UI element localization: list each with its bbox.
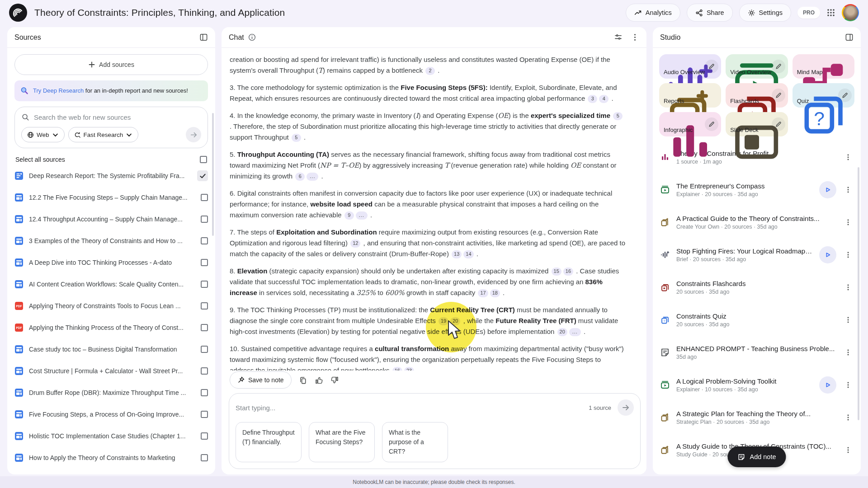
- studio-tile-flashcards[interactable]: Flashcards: [726, 83, 788, 108]
- citation-chip[interactable]: 16: [563, 267, 573, 276]
- play-button[interactable]: [819, 376, 836, 394]
- citation-chip[interactable]: 12: [350, 239, 360, 248]
- studio-item[interactable]: Stop Fighting Fires: Your Logical Roadma…: [660, 239, 854, 271]
- settings-button[interactable]: Settings: [739, 4, 791, 22]
- item-more-menu-icon[interactable]: [843, 251, 854, 258]
- source-checked-icon[interactable]: [197, 170, 208, 181]
- source-checkbox[interactable]: [201, 302, 208, 310]
- item-more-menu-icon[interactable]: [843, 284, 854, 291]
- source-row[interactable]: Cost Structure | Formula + Calculator - …: [14, 360, 208, 382]
- chat-more-menu-icon[interactable]: [631, 33, 639, 42]
- citation-chip[interactable]: 14: [463, 250, 473, 258]
- citation-chip[interactable]: 17: [478, 289, 488, 297]
- info-icon[interactable]: [248, 33, 256, 42]
- select-all-checkbox[interactable]: [200, 156, 207, 163]
- add-sources-button[interactable]: Add sources: [14, 54, 208, 75]
- studio-item[interactable]: A Practical Guide to the Theory of Const…: [660, 206, 854, 239]
- citation-chip[interactable]: 18: [490, 289, 500, 297]
- source-checkbox[interactable]: [201, 411, 208, 418]
- studio-tile-audio-overview[interactable]: Audio Overview: [659, 54, 721, 79]
- studio-tile-video-overview[interactable]: Video Overview: [726, 54, 788, 79]
- studio-item[interactable]: ?Constraints Quiz20 sources · 35d ago: [660, 304, 854, 336]
- citation-chip[interactable]: 5: [292, 134, 301, 142]
- studio-tile-infographic[interactable]: Infographic: [659, 112, 721, 136]
- source-checkbox[interactable]: [201, 389, 208, 396]
- citation-chip[interactable]: 16: [392, 367, 402, 371]
- citation-chip[interactable]: 15: [552, 267, 561, 276]
- source-row[interactable]: A Deep Dive into TOC Thinking Processes …: [14, 252, 208, 273]
- thumbs-up-icon[interactable]: [315, 376, 323, 385]
- source-row[interactable]: Holistic TOC Implementation Case Studies…: [14, 425, 208, 447]
- deep-research-banner[interactable]: Try Deep Research for an in-depth report…: [14, 80, 208, 101]
- citation-chip[interactable]: 13: [452, 250, 462, 258]
- analytics-button[interactable]: Analytics: [626, 4, 680, 22]
- studio-item[interactable]: A Logical Problem-Solving ToolkitExplain…: [660, 369, 854, 401]
- add-note-button[interactable]: Add note: [727, 446, 786, 467]
- suggested-question-chip[interactable]: What is the purpose of a CRT?: [382, 422, 448, 462]
- source-row[interactable]: Deep Research Report: The Systemic Profi…: [14, 165, 208, 187]
- source-checkbox[interactable]: [201, 216, 208, 223]
- source-row[interactable]: PDFApplying Theory of Constraints Tools …: [14, 295, 208, 317]
- item-more-menu-icon[interactable]: [843, 446, 854, 454]
- studio-tile-quiz[interactable]: ?Quiz: [793, 83, 854, 108]
- studio-tile-slide-deck[interactable]: Slide Deck: [726, 112, 788, 136]
- item-more-menu-icon[interactable]: [843, 316, 854, 324]
- studio-tile-reports[interactable]: Reports: [659, 83, 721, 108]
- source-checkbox[interactable]: [201, 237, 208, 244]
- citation-more-chip[interactable]: ...: [569, 328, 581, 336]
- studio-item[interactable]: Constraints Flashcards20 sources · 35d a…: [660, 271, 854, 304]
- play-button[interactable]: [819, 246, 836, 263]
- edit-pencil-icon[interactable]: [772, 117, 785, 131]
- item-more-menu-icon[interactable]: [843, 154, 854, 161]
- source-checkbox[interactable]: [201, 194, 208, 201]
- citation-chip[interactable]: 2: [425, 67, 435, 75]
- research-mode-dropdown[interactable]: Fast Research: [68, 127, 139, 142]
- edit-pencil-icon[interactable]: [772, 89, 785, 102]
- web-filter-dropdown[interactable]: Web: [21, 127, 65, 142]
- search-input[interactable]: Search the web for new sources: [21, 113, 201, 121]
- send-message-button[interactable]: [618, 399, 634, 416]
- citation-chip[interactable]: 23: [404, 367, 414, 371]
- citation-chip[interactable]: 20: [450, 317, 460, 325]
- suggested-question-chip[interactable]: What are the Five Focusing Steps?: [309, 422, 375, 462]
- source-row[interactable]: Drum Buffer Rope (DBR): Maximize Through…: [14, 382, 208, 404]
- edit-pencil-icon[interactable]: [772, 60, 785, 73]
- citation-more-chip[interactable]: ...: [307, 173, 318, 181]
- source-row[interactable]: AI Content Creation Workflows: Scale Qua…: [14, 273, 208, 295]
- source-row[interactable]: Case study toc toc – Business Digital Tr…: [14, 338, 208, 360]
- item-more-menu-icon[interactable]: [843, 381, 854, 389]
- source-row[interactable]: 3 Examples of the Theory of Constraints …: [14, 230, 208, 252]
- try-deep-research-link[interactable]: Try Deep Research: [33, 87, 84, 94]
- source-checkbox[interactable]: [201, 324, 208, 331]
- citation-chip[interactable]: 3: [588, 95, 597, 103]
- source-checkbox[interactable]: [201, 367, 208, 375]
- play-button[interactable]: [819, 181, 836, 198]
- source-row[interactable]: How to Apply the Theory of Constraints t…: [14, 447, 208, 469]
- studio-tile-mind-map[interactable]: Mind Map: [793, 54, 854, 79]
- source-checkbox[interactable]: [201, 281, 208, 288]
- copy-icon[interactable]: [299, 376, 307, 385]
- chat-settings-icon[interactable]: [614, 33, 623, 42]
- source-checkbox[interactable]: [201, 432, 208, 440]
- citation-chip[interactable]: 9: [344, 211, 354, 220]
- item-more-menu-icon[interactable]: [843, 186, 854, 193]
- source-checkbox[interactable]: [201, 259, 208, 266]
- source-checkbox[interactable]: [201, 346, 208, 353]
- share-button[interactable]: Share: [687, 4, 733, 22]
- sources-scrollbar[interactable]: [212, 113, 214, 236]
- source-checkbox[interactable]: [201, 454, 208, 461]
- citation-chip[interactable]: 19: [439, 317, 448, 325]
- citation-chip[interactable]: 4: [599, 95, 609, 103]
- source-row[interactable]: Five Focusing Steps, a Process of On-Goi…: [14, 404, 208, 425]
- edit-pencil-icon[interactable]: [705, 60, 718, 73]
- citation-chip[interactable]: 6: [295, 173, 305, 181]
- notebooklm-logo-icon[interactable]: [9, 4, 27, 22]
- apps-grid-icon[interactable]: [826, 8, 835, 17]
- studio-item[interactable]: ENHANCED PROMPT - Teaching Business Prob…: [660, 336, 854, 369]
- source-row[interactable]: 12.4 Throughput Accounting – Supply Chai…: [14, 208, 208, 230]
- source-row[interactable]: PDFApplying the Thinking Process of the …: [14, 317, 208, 338]
- citation-more-chip[interactable]: ...: [356, 211, 368, 220]
- collapse-sources-panel-icon[interactable]: [199, 33, 208, 42]
- citation-chip[interactable]: 5: [613, 112, 623, 120]
- collapse-studio-panel-icon[interactable]: [845, 33, 854, 42]
